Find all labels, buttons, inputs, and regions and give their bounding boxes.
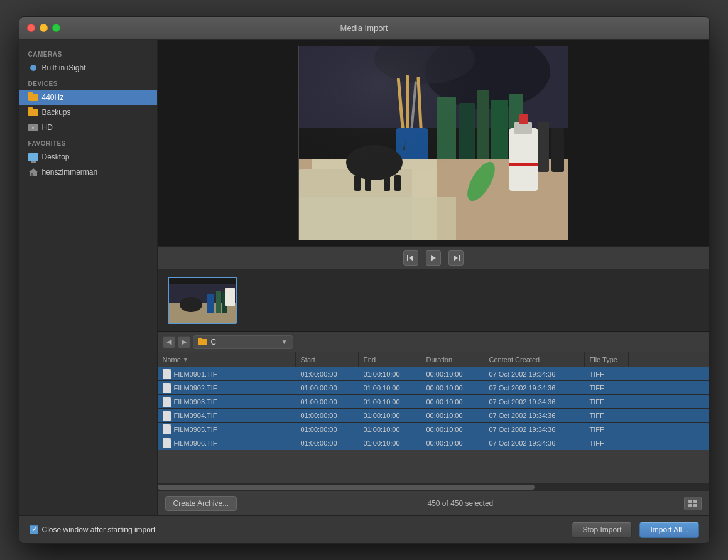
back-button[interactable]: ◀: [163, 336, 175, 348]
cell-content-created: 07 Oct 2002 19:34:36: [484, 409, 585, 422]
folder-icon-backups: [28, 107, 38, 117]
close-window-label: Close window after starting import: [42, 525, 156, 534]
file-icon: [163, 369, 171, 379]
sidebar-item-hd[interactable]: ▪ HD: [19, 120, 157, 135]
favorites-section-label: FAVORITES: [19, 135, 157, 149]
cell-end: 01:00:10:00: [359, 367, 421, 380]
cell-start: 01:00:00:00: [296, 409, 359, 422]
svg-rect-48: [225, 288, 235, 306]
file-list: Name ▼ Start End Duration Content Create…: [158, 352, 709, 490]
main-content: CAMERAS Built-in iSight DEVICES 440Hz Ba…: [19, 40, 709, 515]
table-row[interactable]: FILM0905.TIF 01:00:00:00 01:00:10:00 00:…: [158, 423, 709, 436]
maximize-button[interactable]: [52, 24, 60, 32]
cell-content-created: 07 Oct 2002 19:34:36: [484, 423, 585, 436]
svg-rect-50: [693, 500, 697, 503]
cell-file-type: TIFF: [585, 395, 629, 408]
col-header-content-created[interactable]: Content Created: [484, 352, 585, 367]
col-header-end[interactable]: End: [359, 352, 421, 367]
sidebar-item-440hz[interactable]: 440Hz: [19, 90, 157, 105]
table-row[interactable]: FILM0906.TIF 01:00:00:00 01:00:10:00 00:…: [158, 436, 709, 450]
sidebar-favorite-desktop-label: Desktop: [42, 153, 70, 161]
sidebar-device-440hz-label: 440Hz: [42, 93, 64, 102]
file-icon: [163, 397, 171, 407]
svg-rect-45: [207, 294, 214, 313]
view-toggle-button[interactable]: [684, 497, 702, 510]
sidebar-camera-label: Built-in iSight: [42, 63, 86, 72]
preview-area: [158, 40, 709, 247]
cell-file-type: TIFF: [585, 423, 629, 436]
cell-content-created: 07 Oct 2002 19:34:36: [484, 367, 585, 380]
sidebar-device-backups-label: Backups: [42, 108, 71, 117]
chevron-down-icon: ▼: [281, 338, 288, 345]
import-all-button[interactable]: Import All...: [639, 522, 698, 538]
svg-marker-37: [409, 255, 413, 261]
folder-icon-440hz: [28, 92, 38, 102]
cell-end: 01:00:10:00: [359, 436, 421, 450]
hd-icon: ▪: [28, 122, 38, 132]
close-window-checkbox-wrapper[interactable]: Close window after starting import: [30, 525, 156, 534]
skip-forward-button[interactable]: [448, 250, 464, 266]
cell-name: FILM0905.TIF: [158, 423, 296, 436]
cell-end: 01:00:10:00: [359, 409, 421, 422]
filmstrip-area[interactable]: [158, 269, 709, 332]
play-button[interactable]: [426, 250, 441, 266]
col-header-duration[interactable]: Duration: [421, 352, 484, 367]
close-window-checkbox[interactable]: [30, 525, 38, 534]
create-archive-button[interactable]: Create Archive...: [165, 496, 237, 511]
sidebar-item-desktop[interactable]: Desktop: [19, 149, 157, 164]
filmstrip-thumbnail[interactable]: [168, 277, 237, 324]
cell-file-type: TIFF: [585, 367, 629, 380]
table-row[interactable]: FILM0902.TIF 01:00:00:00 01:00:10:00 00:…: [158, 381, 709, 395]
forward-icon: ▶: [182, 338, 187, 346]
stop-import-button[interactable]: Stop Import: [572, 522, 632, 538]
minimize-button[interactable]: [40, 24, 48, 32]
table-row[interactable]: FILM0904.TIF 01:00:00:00 01:00:10:00 00:…: [158, 409, 709, 423]
bottom-bar: Create Archive... 450 of 450 selected: [158, 490, 709, 515]
titlebar: Media Import: [19, 17, 709, 40]
sort-arrow-icon: ▼: [183, 357, 188, 363]
file-icon: [163, 411, 171, 421]
devices-section-label: DEVICES: [19, 75, 157, 90]
cell-file-type: TIFF: [585, 436, 629, 450]
col-header-start[interactable]: Start: [296, 352, 359, 367]
traffic-lights: [27, 24, 60, 32]
close-button[interactable]: [27, 24, 35, 32]
svg-rect-49: [688, 500, 692, 503]
cell-start: 01:00:00:00: [296, 423, 359, 436]
cell-duration: 00:00:10:00: [421, 367, 484, 380]
preview-image: [298, 46, 568, 240]
skip-back-button[interactable]: [403, 250, 418, 266]
cell-name: FILM0902.TIF: [158, 381, 296, 394]
col-header-name[interactable]: Name ▼: [158, 352, 296, 367]
cell-start: 01:00:00:00: [296, 436, 359, 450]
sidebar-item-backups[interactable]: Backups: [19, 105, 157, 120]
table-row[interactable]: FILM0903.TIF 01:00:00:00 01:00:10:00 00:…: [158, 395, 709, 409]
col-header-file-type[interactable]: File Type: [585, 352, 629, 367]
cell-end: 01:00:10:00: [359, 395, 421, 408]
cell-duration: 00:00:10:00: [421, 395, 484, 408]
horizontal-scrollbar[interactable]: [158, 483, 709, 490]
cell-name: FILM0904.TIF: [158, 409, 296, 422]
cameras-section-label: CAMERAS: [19, 46, 157, 60]
forward-button[interactable]: ▶: [178, 336, 190, 348]
cell-name: FILM0906.TIF: [158, 436, 296, 450]
selection-status: 450 of 450 selected: [242, 499, 678, 508]
home-icon: [28, 167, 38, 177]
path-folder-icon: [198, 339, 207, 345]
path-selector[interactable]: C ▼: [193, 335, 293, 349]
desktop-icon: [28, 152, 38, 162]
cell-duration: 00:00:10:00: [421, 381, 484, 394]
table-row[interactable]: FILM0901.TIF 01:00:00:00 01:00:10:00 00:…: [158, 367, 709, 381]
sidebar-item-built-in-isight[interactable]: Built-in iSight: [19, 60, 157, 75]
sidebar-item-henszimmerman[interactable]: henszimmerman: [19, 164, 157, 180]
file-list-body[interactable]: FILM0901.TIF 01:00:00:00 01:00:10:00 00:…: [158, 367, 709, 483]
svg-rect-2: [31, 173, 33, 176]
path-text: C: [211, 338, 278, 347]
cell-duration: 00:00:10:00: [421, 436, 484, 450]
svg-rect-35: [299, 46, 568, 240]
horizontal-scrollbar-thumb[interactable]: [158, 485, 535, 490]
right-panel: ◀ ▶ C ▼ Name ▼: [158, 40, 709, 515]
svg-rect-46: [216, 291, 221, 313]
cell-start: 01:00:00:00: [296, 395, 359, 408]
svg-rect-51: [688, 504, 692, 507]
